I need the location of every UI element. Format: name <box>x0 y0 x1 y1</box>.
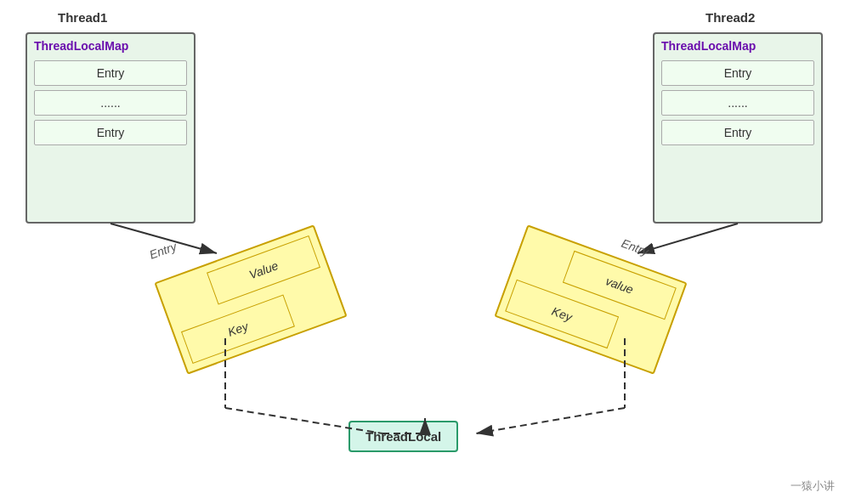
svg-text:Entry: Entry <box>148 239 179 262</box>
thread2-box: ThreadLocalMap Entry ...... Entry <box>653 32 823 224</box>
diagram: Thread1 Thread2 ThreadLocalMap Entry ...… <box>0 0 850 504</box>
left-para-value: Value <box>207 235 320 304</box>
svg-text:Entry: Entry <box>620 236 651 259</box>
thread1-label: Thread1 <box>58 10 107 25</box>
thread2-entry-2: Entry <box>661 120 814 145</box>
left-entry-para: Value Key <box>154 224 347 374</box>
left-para-key: Key <box>181 295 295 364</box>
thread2-entry-1: Entry <box>661 60 814 86</box>
right-entry-para: value Key <box>494 224 687 374</box>
thread1-entry-2: Entry <box>34 120 187 145</box>
watermark: 一猿小讲 <box>790 479 835 494</box>
thread1-box: ThreadLocalMap Entry ...... Entry <box>26 32 196 224</box>
threadlocal-box: ThreadLocal <box>348 421 458 452</box>
svg-line-2 <box>110 224 217 253</box>
thread2-entry-dots: ...... <box>661 90 814 116</box>
right-para-outer: value Key <box>494 224 687 374</box>
thread2-map-label: ThreadLocalMap <box>654 34 821 56</box>
svg-line-3 <box>638 224 738 253</box>
thread2-label: Thread2 <box>706 10 755 25</box>
thread1-entry-1: Entry <box>34 60 187 86</box>
thread1-entry-dots: ...... <box>34 90 187 116</box>
left-para-outer: Value Key <box>154 224 347 374</box>
thread1-map-label: ThreadLocalMap <box>27 34 194 56</box>
svg-line-7 <box>476 408 625 433</box>
